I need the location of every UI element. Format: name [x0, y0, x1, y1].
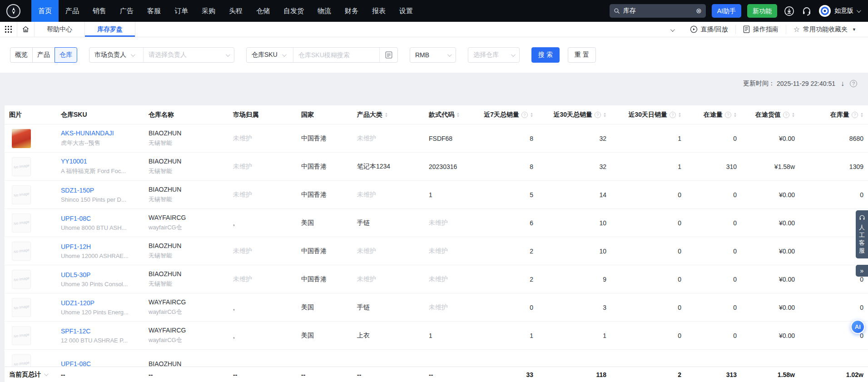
sku-desc: Uhome 12000 ASHRAE...	[61, 253, 139, 259]
download-button[interactable]	[784, 6, 794, 16]
support-button[interactable]	[801, 5, 812, 16]
help-icon[interactable]: ?	[725, 112, 731, 118]
sort-icon[interactable]: ▲▼	[385, 112, 388, 118]
home-tab-button[interactable]	[17, 22, 35, 37]
refresh-download-icon[interactable]: ↓	[841, 79, 844, 88]
page-total-selector[interactable]: 当前页总计	[9, 371, 47, 379]
view-tab-1[interactable]: 概览	[10, 47, 33, 63]
guide-button[interactable]: 操作指南	[735, 25, 786, 34]
no-image-placeholder[interactable]: No Image	[12, 270, 31, 289]
market-owner-type-select[interactable]: 市场负责人	[89, 48, 143, 62]
help-icon[interactable]: ?	[783, 112, 789, 118]
search-input[interactable]	[623, 7, 693, 15]
sku-link[interactable]: UPF1-08C	[61, 215, 139, 222]
nav-item-2[interactable]: 产品	[59, 0, 86, 22]
edition-selector[interactable]: 如意版	[834, 7, 860, 15]
sku-cell: YY10001A 福特福克斯 Ford Foc...	[56, 158, 144, 175]
nav-item-11[interactable]: 物流	[311, 0, 338, 22]
help-icon[interactable]: ?	[595, 112, 601, 118]
reset-button[interactable]: 重 置	[568, 47, 596, 63]
sort-icon[interactable]: ▲▼	[734, 112, 737, 118]
sort-icon[interactable]: ▲▼	[530, 112, 533, 118]
currency-select[interactable]: RMB	[410, 47, 456, 63]
sort-icon[interactable]: ▲▼	[456, 112, 460, 118]
nav-item-13[interactable]: 报表	[365, 0, 392, 22]
app-logo[interactable]	[6, 4, 20, 18]
sort-icon[interactable]: ▲▼	[860, 112, 863, 118]
sort-icon[interactable]: ▲▼	[603, 112, 606, 118]
panel-collapse-button[interactable]: »	[856, 265, 868, 277]
tab-2[interactable]: 库存罗盘	[85, 22, 135, 37]
sku-link[interactable]: YY10001	[61, 158, 139, 165]
no-image-placeholder[interactable]: No Image	[12, 354, 31, 367]
market-owner-select[interactable]: 请选择负责人	[143, 48, 234, 62]
nav-item-5[interactable]: 客服	[140, 0, 168, 22]
sku-link[interactable]: SDZ1-150P	[61, 187, 139, 194]
warehouse-select[interactable]: 选择仓库	[468, 47, 520, 63]
footer-dash-cell: --	[228, 371, 297, 378]
product-image[interactable]	[12, 129, 31, 148]
nav-item-9[interactable]: 仓储	[249, 0, 277, 22]
footer-dash-cell: --	[352, 371, 424, 378]
help-icon[interactable]: ?	[670, 112, 676, 118]
nav-item-8[interactable]: 头程	[222, 0, 249, 22]
sku-link[interactable]: UDZ1-120P	[61, 299, 139, 307]
sort-icon[interactable]: ▲▼	[792, 112, 795, 118]
no-image-placeholder[interactable]: No Image	[12, 298, 31, 317]
sku-batch-input-button[interactable]	[379, 48, 397, 62]
help-icon[interactable]: ?	[521, 112, 528, 118]
sku-link[interactable]: UPF1-08C	[61, 360, 139, 367]
apps-menu-button[interactable]	[0, 22, 17, 37]
live-replay-button[interactable]: 直播/回放	[683, 25, 735, 34]
tab-1[interactable]: 帮助中心	[35, 22, 85, 37]
daily-30d-cell: 0	[611, 248, 686, 255]
country-value: 中国香港	[301, 163, 327, 170]
no-image-placeholder[interactable]: No Image	[12, 213, 31, 233]
no-image-placeholder[interactable]: No Image	[12, 185, 31, 204]
col-header-label: 仓库名称	[149, 111, 174, 119]
help-icon[interactable]: ?	[850, 80, 857, 87]
tabs-collapse-button[interactable]	[670, 26, 674, 33]
sku-link[interactable]: AKS-HUNIANDAJI	[61, 129, 139, 137]
ai-assistant-button[interactable]: AI助手	[712, 4, 741, 18]
col-header-label: 产品大类	[357, 111, 382, 119]
clear-search-icon[interactable]: ⊗	[696, 7, 702, 15]
view-switcher: 概览产品仓库	[10, 47, 77, 63]
sku-search-input[interactable]	[298, 51, 374, 59]
new-feature-button[interactable]: 新功能	[747, 4, 777, 18]
view-tab-2[interactable]: 产品	[32, 47, 55, 63]
sku-search-section	[293, 48, 379, 62]
col-header-label: 图片	[9, 111, 22, 119]
sort-icon[interactable]: ▲▼	[678, 112, 681, 118]
nav-item-6[interactable]: 订单	[168, 0, 195, 22]
customer-service-panel[interactable]: 人工客服	[856, 210, 868, 258]
sku-desc: Uhome 120 Pints Energ...	[61, 309, 139, 316]
nav-item-7[interactable]: 采购	[195, 0, 222, 22]
style-code-value: 1	[429, 332, 432, 339]
market-value: 未维护	[233, 275, 252, 283]
no-image-placeholder[interactable]: No Image	[12, 242, 31, 261]
search-button[interactable]: 搜 索	[531, 47, 560, 63]
sku-link[interactable]: UPF1-12H	[61, 243, 139, 250]
nav-item-14[interactable]: 设置	[392, 0, 420, 22]
view-tab-3[interactable]: 仓库	[55, 47, 77, 63]
favorites-button[interactable]: ☆ 常用功能收藏夹 ▼	[786, 25, 863, 34]
nav-item-10[interactable]: 自发货	[277, 0, 311, 22]
global-search[interactable]: ⊗	[610, 4, 706, 18]
sku-link[interactable]: UDL5-30P	[61, 271, 139, 278]
nav-item-1[interactable]: 首页	[31, 0, 59, 22]
nav-item-12[interactable]: 财务	[338, 0, 365, 22]
nav-item-3[interactable]: 销售	[86, 0, 113, 22]
no-image-placeholder[interactable]: No Image	[12, 326, 31, 345]
nav-item-4[interactable]: 广告	[113, 0, 140, 22]
style-code-value: 1	[429, 191, 432, 198]
no-image-placeholder[interactable]: No Image	[12, 157, 31, 176]
sku-link[interactable]: SPF1-12C	[61, 327, 139, 335]
sku-type-select[interactable]: 仓库SKU	[247, 48, 293, 62]
category-cell: 未维护	[352, 247, 424, 255]
user-avatar[interactable]	[819, 5, 831, 17]
transit-value-cell: ¥0.00	[741, 276, 799, 283]
ai-fab-button[interactable]: AI	[851, 320, 865, 334]
help-icon[interactable]: ?	[852, 112, 858, 118]
download-icon	[784, 6, 794, 16]
